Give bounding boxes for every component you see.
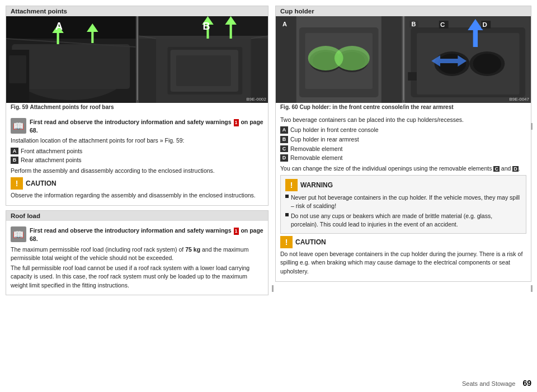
attachment-caution-box: ! CAUTION Observe the information regard… xyxy=(11,177,263,200)
left-column: Attachment points xyxy=(6,6,268,386)
cup-badge-b: B xyxy=(409,21,418,27)
cup-warning-text: Never put hot beverage containers in the… xyxy=(285,193,521,229)
bullet-square-1 xyxy=(285,195,289,198)
badge-a-cup: A xyxy=(280,126,288,134)
cup-warning-box: ! WARNING Never put hot beverage contain… xyxy=(280,175,526,234)
page-ref-badge-2: 1 xyxy=(234,228,239,235)
attachment-caution-text: Observe the information regarding the as… xyxy=(11,191,263,200)
svg-rect-11 xyxy=(139,36,268,39)
badge-a-attach: A xyxy=(11,148,18,155)
figure-letter-a: A xyxy=(55,21,63,32)
cup-figure-right: C D B B9E-0047 xyxy=(405,16,531,103)
label-rear-attachment: B Rear attachment points xyxy=(11,156,263,164)
attachment-section-body: 📖 First read and observe the introductor… xyxy=(6,112,268,205)
cup-holder-section: Cup holder xyxy=(275,6,531,282)
figure-divider xyxy=(137,16,138,100)
cup-label-b: B Cup holder in rear armrest xyxy=(280,135,526,144)
label-front-attachment: A Front attachment points xyxy=(11,147,263,155)
book-icon-2: 📖 xyxy=(11,226,26,242)
cup-caution-box: ! CAUTION Do not leave open beverage con… xyxy=(280,236,526,276)
attachment-body2: Perform the assembly and disassembly acc… xyxy=(11,167,263,175)
roof-load-body: 📖 First read and observe the introductor… xyxy=(6,221,268,294)
attachment-caution-header: ! CAUTION xyxy=(11,177,263,190)
svg-rect-39 xyxy=(408,72,417,81)
svg-rect-31 xyxy=(381,16,402,103)
svg-point-29 xyxy=(335,46,370,70)
badge-c-cup: C xyxy=(280,145,288,153)
cup-label-d: D Removable element xyxy=(280,154,526,162)
svg-point-38 xyxy=(473,54,501,74)
cup-body1: Two beverage containers can be placed in… xyxy=(280,116,526,124)
roof-load-header: Roof load xyxy=(6,211,268,221)
cup-figure-left: A xyxy=(276,16,402,103)
cup-caution-header: ! CAUTION xyxy=(280,236,526,248)
footer-section-name: Seats and Stowage xyxy=(462,380,515,387)
figure-letter-b: B xyxy=(203,21,210,32)
badge-d-inline: D xyxy=(512,166,519,172)
figure-code-attach: B9E-0002 xyxy=(246,97,266,102)
svg-rect-15 xyxy=(176,55,230,86)
cup-holder-body: Two beverage containers can be placed in… xyxy=(276,112,531,281)
cup-holder-header: Cup holder xyxy=(276,6,531,16)
fig-59-caption: Fig. 59 Attachment points for roof bars xyxy=(6,103,268,112)
bullet-square-2 xyxy=(285,213,289,216)
cup-label-a: A Cup holder in front centre console xyxy=(280,126,526,134)
attachment-caution-title: CAUTION xyxy=(26,180,56,187)
footer-page-number: 69 xyxy=(522,379,531,388)
roof-load-section: Roof load 📖 First read and observe the i… xyxy=(6,210,268,295)
svg-rect-3 xyxy=(6,16,136,39)
warning-bullet-2: Do not use any cups or beakers which are… xyxy=(285,212,521,229)
svg-text:C: C xyxy=(440,21,444,28)
figure-code-cup: B9E-0047 xyxy=(509,97,529,102)
attachment-info-text: First read and observe the introductory … xyxy=(30,118,263,134)
page-ref-badge: 1 xyxy=(234,119,239,126)
attachment-points-section: Attachment points xyxy=(6,6,268,206)
svg-rect-2 xyxy=(12,44,130,89)
svg-text:D: D xyxy=(482,21,487,28)
side-marker-1 xyxy=(531,123,533,130)
figure-right-half: B B9E-0002 xyxy=(139,16,268,103)
side-marker-3 xyxy=(272,285,274,292)
cup-warning-title: WARNING xyxy=(300,181,333,189)
roof-info-text: First read and observe the introductory … xyxy=(30,226,263,243)
roof-info-box: 📖 First read and observe the introductor… xyxy=(11,224,263,245)
cup-caution-text: Do not leave open beverage containers in… xyxy=(280,250,526,276)
right-column: Cup holder xyxy=(275,6,531,386)
attachment-body1: Installation location of the attachment … xyxy=(11,136,263,145)
warning-icon: ! xyxy=(285,179,298,191)
warning-bullet-1: Never put hot beverage containers in the… xyxy=(285,193,521,210)
cup-holder-figure: A xyxy=(276,16,531,103)
caution-icon-2: ! xyxy=(280,236,293,248)
cup-warning-header: ! WARNING xyxy=(285,179,521,191)
attachment-points-figure: A xyxy=(6,16,268,103)
cup-figure-divider xyxy=(403,16,404,100)
svg-rect-8 xyxy=(9,55,26,83)
attachment-info-box: 📖 First read and observe the introductor… xyxy=(11,116,263,136)
badge-b-attach: B xyxy=(11,157,18,164)
svg-rect-30 xyxy=(276,16,296,103)
badge-c-inline: C xyxy=(493,166,500,172)
fig-60-caption: Fig. 60 Cup holder: in the front centre … xyxy=(276,103,531,112)
cup-body2: You can change the size of the individua… xyxy=(280,164,526,173)
cup-caution-title: CAUTION xyxy=(295,238,326,246)
caution-icon: ! xyxy=(11,177,23,190)
figure-left-half: A xyxy=(6,16,136,103)
side-marker-2 xyxy=(531,285,533,292)
badge-b-cup: B xyxy=(280,136,288,143)
cup-label-c: C Removable element xyxy=(280,145,526,153)
cup-badge-a: A xyxy=(280,21,289,27)
roof-body2: The full permissible roof load cannot be… xyxy=(11,264,263,290)
roof-body1: The maximum permissible roof load (inclu… xyxy=(11,245,263,262)
badge-d-cup: D xyxy=(280,154,288,162)
attachment-points-header: Attachment points xyxy=(6,6,268,16)
page-footer: Seats and Stowage 69 xyxy=(462,379,531,388)
book-icon: 📖 xyxy=(11,118,26,134)
